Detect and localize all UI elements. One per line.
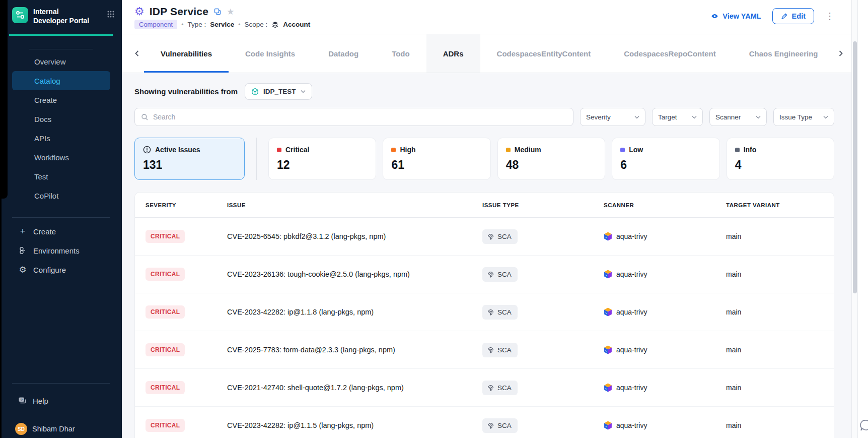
medium-count-card[interactable]: Medium 48 — [497, 138, 605, 180]
portal-title: Internal Developer Portal — [33, 7, 95, 25]
sidebar-action-environments[interactable]: Environments — [0, 241, 122, 260]
sidebar-item-create[interactable]: Create — [0, 90, 122, 109]
tab-datadog[interactable]: Datadog — [312, 34, 375, 73]
scanner-name: aqua-trivy — [616, 346, 647, 354]
tab-vulnerabilities[interactable]: Vulnerabilities — [144, 34, 229, 73]
more-options-icon[interactable]: ⋮ — [825, 12, 834, 21]
divider — [12, 383, 110, 384]
alert-circle-icon — [143, 146, 151, 154]
favorite-star-icon[interactable]: ★ — [227, 8, 234, 16]
tab-todo[interactable]: Todo — [375, 34, 426, 73]
search-input-wrap — [134, 108, 573, 126]
view-yaml-button[interactable]: View YAML — [710, 12, 761, 20]
main-area: ⚙ IDP Service ★ Component • Type : Servi… — [122, 0, 852, 438]
column-issue-type: ISSUE TYPE — [482, 202, 604, 208]
severity-filter[interactable]: Severity — [580, 108, 645, 126]
tab-codespaces-entity-content[interactable]: CodespacesEntityContent — [480, 34, 608, 73]
sidebar-item-copilot[interactable]: CoPilot — [0, 186, 122, 205]
tab-code-insights[interactable]: Code Insights — [229, 34, 312, 73]
sidebar-item-test[interactable]: Test — [0, 167, 122, 186]
target-variant: main — [726, 421, 834, 429]
issue-text: CVE-2023-42282: ip@1.1.5 (lang-pkgs, npm… — [227, 421, 482, 429]
divider — [256, 138, 257, 180]
issue-text: CVE-2023-26136: tough-cookie@2.5.0 (lang… — [227, 270, 482, 278]
low-count-card[interactable]: Low 6 — [612, 138, 719, 180]
severity-card-label: Info — [744, 146, 757, 154]
scanner-cell: aqua-trivy — [604, 307, 726, 317]
column-severity: SEVERITY — [146, 202, 227, 208]
aqua-trivy-icon — [604, 307, 612, 317]
sidebar-action-label: Create — [33, 227, 56, 236]
issue-type-pill: SCA — [482, 305, 518, 320]
user-name: Shibam Dhar — [32, 425, 75, 433]
scrollbar-thumb[interactable] — [853, 41, 857, 293]
sidebar-item-catalog[interactable]: Catalog — [12, 71, 110, 90]
tab-chaos-engineering[interactable]: Chaos Engineering — [733, 34, 835, 73]
table-row[interactable]: CRITICAL CVE-2023-26136: tough-cookie@2.… — [135, 256, 834, 293]
sidebar-item-apis[interactable]: APIs — [0, 129, 122, 148]
severity-badge: CRITICAL — [146, 268, 185, 281]
scanner-cell: aqua-trivy — [604, 270, 726, 279]
page-title: IDP Service — [150, 6, 208, 18]
vulnerabilities-table: SEVERITY ISSUE ISSUE TYPE SCANNER TARGET… — [134, 192, 834, 438]
scanner-cell: aqua-trivy — [604, 421, 726, 430]
high-dot — [391, 148, 396, 152]
scanner-name: aqua-trivy — [616, 384, 647, 392]
copy-icon[interactable] — [213, 8, 222, 16]
search-input[interactable] — [153, 113, 567, 121]
fingerprint-icon — [487, 233, 494, 240]
info-count-card[interactable]: Info 4 — [727, 138, 834, 180]
tab-codespaces-repo-content[interactable]: CodespacesRepoContent — [607, 34, 733, 73]
tabs-scroll-right-icon[interactable] — [834, 49, 848, 57]
avatar: SD — [15, 423, 27, 435]
entity-header: ⚙ IDP Service ★ Component • Type : Servi… — [122, 0, 852, 34]
source-dropdown[interactable]: IDP_TEST — [245, 83, 312, 100]
aqua-trivy-icon — [604, 232, 612, 241]
severity-card-count: 4 — [735, 158, 826, 172]
tab-adrs[interactable]: ADRs — [426, 34, 480, 73]
type-value: Service — [210, 21, 234, 28]
active-issues-label: Active Issues — [155, 146, 200, 154]
separator-dot: • — [238, 21, 240, 28]
sidebar-actions: + Create Environments ⚙ Configure — [0, 222, 122, 279]
table-row[interactable]: CRITICAL CVE-2025-7783: form-data@2.3.3 … — [135, 331, 834, 369]
table-row[interactable]: CRITICAL CVE-2023-42282: ip@1.1.5 (lang-… — [135, 407, 834, 438]
issue-type-filter[interactable]: Issue Type — [773, 108, 834, 126]
fingerprint-icon — [487, 422, 494, 429]
fingerprint-icon — [487, 308, 494, 316]
sidebar-item-overview[interactable]: Overview — [0, 52, 122, 71]
target-filter[interactable]: Target — [652, 108, 703, 126]
target-variant: main — [726, 308, 834, 316]
scanner-filter[interactable]: Scanner — [709, 108, 767, 126]
issue-type-label: SCA — [497, 422, 512, 429]
issue-type-pill: SCA — [482, 267, 518, 282]
table-row[interactable]: CRITICAL CVE-2021-42740: shell-quote@1.7… — [135, 369, 834, 407]
pencil-icon — [781, 13, 788, 20]
sidebar-item-docs[interactable]: Docs — [0, 109, 122, 129]
low-dot — [620, 148, 625, 152]
high-count-card[interactable]: High 61 — [383, 138, 490, 180]
issue-type-label: SCA — [497, 384, 512, 392]
divider — [12, 217, 110, 218]
help-button[interactable]: ? Help — [0, 392, 122, 410]
apps-grid-icon[interactable] — [107, 10, 115, 18]
chat-widget-icon[interactable] — [859, 419, 868, 432]
sidebar-action-label: Configure — [33, 266, 66, 274]
scanner-name: aqua-trivy — [616, 421, 647, 429]
critical-dot — [277, 148, 281, 152]
active-issues-card[interactable]: Active Issues 131 — [134, 138, 245, 180]
sidebar-item-workflows[interactable]: Workflows — [0, 148, 122, 167]
target-variant: main — [726, 232, 834, 240]
table-row[interactable]: CRITICAL CVE-2025-6545: pbkdf2@3.1.2 (la… — [135, 218, 834, 256]
scanner-cell: aqua-trivy — [604, 345, 726, 354]
sidebar-action-create[interactable]: + Create — [0, 222, 122, 241]
separator-dot: • — [181, 21, 183, 28]
edit-button[interactable]: Edit — [772, 8, 814, 24]
column-issue: ISSUE — [227, 202, 482, 208]
critical-count-card[interactable]: Critical 12 — [268, 138, 376, 180]
info-dot — [735, 148, 740, 152]
sidebar-action-configure[interactable]: ⚙ Configure — [0, 260, 122, 279]
table-row[interactable]: CRITICAL CVE-2023-42282: ip@1.1.8 (lang-… — [135, 293, 834, 331]
tabs-scroll-left-icon[interactable] — [130, 49, 144, 57]
user-menu[interactable]: SD Shibam Dhar — [0, 420, 122, 437]
